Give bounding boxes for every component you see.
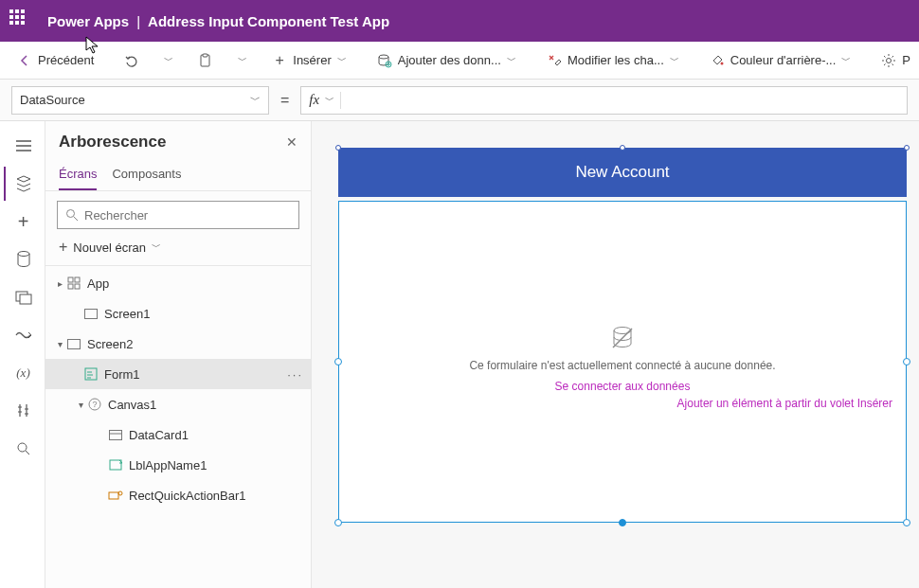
tree-title: Arborescence	[59, 133, 166, 151]
svg-rect-14	[75, 284, 80, 289]
form-selection[interactable]: Ce formulaire n'est actuellement connect…	[338, 201, 907, 523]
rail-flows[interactable]	[4, 318, 42, 352]
clipboard-icon	[198, 53, 213, 68]
formula-input[interactable]: fx ﹀	[300, 86, 908, 115]
form-empty-text: Ce formulaire n'est actuellement connect…	[339, 359, 906, 372]
resize-handle[interactable]	[334, 358, 342, 365]
undo-button[interactable]	[118, 49, 145, 72]
more-icon[interactable]: ···	[287, 367, 303, 382]
resize-handle[interactable]	[334, 519, 342, 526]
app-header-title: New Account	[575, 163, 669, 182]
rail-tools[interactable]	[4, 394, 42, 428]
title-divider: |	[136, 13, 140, 29]
node-label: DataCard1	[129, 428, 189, 442]
tree-panel: Arborescence ✕ Écrans Composants + Nouve…	[45, 121, 312, 588]
bg-color-button[interactable]: Couleur d'arrière-... ﹀	[704, 49, 857, 72]
node-label: Form1	[104, 367, 140, 382]
equals-label: =	[280, 92, 289, 109]
tree-node-screen2[interactable]: ▾ Screen2	[45, 329, 311, 359]
plus-icon: +	[18, 211, 29, 233]
rail-data[interactable]	[4, 242, 42, 276]
property-label: DataSource	[20, 93, 85, 107]
rail-hamburger[interactable]	[4, 129, 42, 163]
rail-insert[interactable]: +	[4, 205, 42, 239]
tree-node-rectbar[interactable]: RectQuickActionBar1	[45, 480, 311, 510]
file-name: Address Input Component Test App	[148, 13, 389, 29]
chevron-down-icon: ﹀	[670, 54, 679, 67]
insert-label: Insérer	[293, 53, 331, 67]
insert-button[interactable]: + Insérer ﹀	[266, 49, 351, 72]
svg-rect-20	[110, 430, 122, 439]
rail-media[interactable]	[4, 280, 42, 314]
variable-icon: (x)	[16, 365, 29, 381]
chevron-down-icon: ﹀	[507, 54, 516, 67]
paint-bucket-icon	[710, 53, 725, 68]
chevron-down-icon[interactable]: ﹀	[238, 54, 247, 67]
app-name: Power Apps	[47, 13, 129, 29]
connect-data-link[interactable]: Se connecter aux données	[339, 380, 906, 393]
svg-rect-13	[68, 284, 73, 289]
gear-icon	[881, 53, 896, 68]
database-icon	[16, 251, 31, 268]
new-screen-label: Nouvel écran	[73, 241, 146, 255]
rail-variables[interactable]: (x)	[4, 356, 42, 390]
canvas-area[interactable]: New Account Ce formulaire n'est actuelle…	[312, 121, 919, 588]
tree-node-app[interactable]: ▸ App	[45, 268, 311, 298]
settings-button[interactable]: P	[875, 49, 916, 72]
resize-handle[interactable]	[619, 519, 626, 526]
app-header[interactable]: New Account	[338, 148, 907, 197]
chevron-down-icon[interactable]: ﹀	[164, 54, 173, 67]
chevron-down-icon: ﹀	[250, 93, 261, 107]
add-data-button[interactable]: Ajouter des donn... ﹀	[371, 49, 522, 72]
left-rail: + (x)	[0, 121, 45, 588]
back-button[interactable]: Précédent	[11, 49, 99, 72]
tree-search[interactable]	[57, 201, 299, 229]
tree-node-datacard1[interactable]: DataCard1	[45, 419, 311, 450]
svg-rect-22	[109, 492, 118, 499]
close-panel-button[interactable]: ✕	[286, 134, 297, 150]
paste-button[interactable]	[192, 49, 219, 72]
search-icon	[65, 208, 79, 222]
tree-node-screen1[interactable]: Screen1	[45, 298, 311, 329]
tab-screens[interactable]: Écrans	[59, 161, 97, 190]
node-label: RectQuickActionBar1	[129, 489, 246, 503]
settings-label: P	[902, 53, 910, 67]
flow-icon	[14, 329, 33, 342]
waffle-icon[interactable]	[9, 9, 32, 32]
arrow-left-icon	[17, 53, 32, 68]
search-input[interactable]	[84, 208, 291, 223]
add-from-insert-link[interactable]: Ajouter un élément à partir du volet Ins…	[677, 397, 892, 410]
title-bar: Power Apps | Address Input Component Tes…	[0, 0, 919, 42]
tree-node-canvas1[interactable]: ▾ ? Canvas1	[45, 389, 311, 419]
chevron-right-icon: ▸	[53, 278, 66, 289]
device-preview: New Account Ce formulaire n'est actuelle…	[338, 148, 907, 545]
edit-fields-button[interactable]: Modifier les cha... ﹀	[541, 49, 685, 72]
rail-tree[interactable]	[4, 167, 42, 201]
rect-icon	[108, 488, 123, 503]
tree-node-lblappname[interactable]: LblAppName1	[45, 450, 311, 480]
chevron-down-icon: ﹀	[337, 54, 347, 67]
node-label: Screen2	[87, 337, 133, 351]
property-dropdown[interactable]: DataSource ﹀	[11, 86, 269, 115]
plus-icon: +	[272, 53, 287, 68]
resize-handle[interactable]	[903, 519, 910, 526]
svg-point-5	[887, 58, 892, 62]
node-label: Screen1	[104, 307, 150, 321]
svg-rect-12	[75, 277, 80, 282]
tree-list: ▸ App Screen1 ▾ Screen2 Form1 ··· ▾	[45, 268, 311, 588]
rail-search[interactable]	[4, 432, 42, 466]
undo-icon	[124, 53, 139, 68]
new-screen-button[interactable]: + Nouvel écran ﹀	[45, 235, 311, 263]
command-bar: Précédent ﹀ ﹀ + Insérer ﹀ Ajouter des do…	[0, 42, 919, 80]
data-icon	[377, 53, 392, 68]
resize-handle[interactable]	[903, 358, 910, 365]
chevron-down-icon: ﹀	[152, 241, 161, 254]
media-icon	[15, 290, 32, 305]
add-data-label: Ajouter des donn...	[398, 53, 501, 67]
screen-icon	[66, 336, 81, 351]
tab-components[interactable]: Composants	[112, 161, 181, 190]
form-icon	[83, 366, 99, 382]
tree-node-form1[interactable]: Form1 ···	[45, 359, 311, 389]
svg-rect-11	[68, 277, 73, 282]
svg-point-9	[18, 443, 27, 452]
